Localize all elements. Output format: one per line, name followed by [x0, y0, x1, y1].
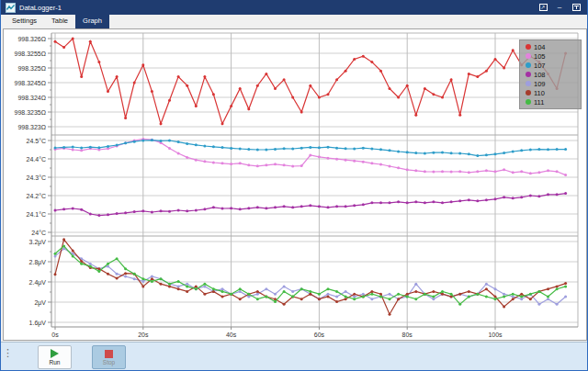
legend-item: 105: [526, 51, 578, 61]
stop-button[interactable]: Stop: [92, 345, 126, 369]
popout-icon: ↗: [539, 4, 548, 11]
svg-text:24.4°C: 24.4°C: [27, 156, 46, 163]
svg-text:998.326Ω: 998.326Ω: [17, 36, 46, 42]
svg-text:998.325Ω: 998.325Ω: [17, 65, 46, 72]
series-dot-icon: [526, 53, 531, 59]
svg-text:20s: 20s: [138, 332, 149, 338]
svg-text:998.3245Ω: 998.3245Ω: [15, 80, 46, 86]
datalogger-window: 998.326Ω998.3255Ω998.325Ω998.3245Ω998.32…: [0, 0, 588, 371]
series-dot-icon: [526, 62, 531, 68]
svg-text:100s: 100s: [488, 332, 503, 338]
svg-text:998.3255Ω: 998.3255Ω: [15, 51, 46, 57]
bottom-toolbar: ⋮ Run Stop 50 of 50: [1, 342, 587, 370]
popout-button[interactable]: ↗: [537, 3, 549, 13]
run-button[interactable]: Run: [38, 345, 72, 369]
svg-text:998.323Ω: 998.323Ω: [17, 124, 46, 130]
svg-text:24°C: 24°C: [31, 230, 46, 236]
svg-text:40s: 40s: [226, 332, 237, 338]
series-dot-icon: [526, 99, 531, 105]
legend-item: 108: [526, 70, 578, 79]
svg-text:998.3235Ω: 998.3235Ω: [15, 109, 46, 116]
chart-plot: 998.326Ω998.3255Ω998.325Ω998.3245Ω998.32…: [1, 0, 588, 342]
chart-legend: 104 105 107 108 109 110 111: [519, 39, 582, 109]
series-dot-icon: [526, 90, 531, 96]
play-icon: [51, 349, 59, 358]
tab-graph[interactable]: Graph: [75, 15, 109, 28]
svg-text:2.8μV: 2.8μV: [29, 259, 47, 266]
series-dot-icon: [526, 81, 531, 86]
legend-item: 109: [526, 79, 578, 88]
svg-text:2.4μV: 2.4μV: [29, 279, 47, 287]
svg-text:2μV: 2μV: [34, 299, 46, 307]
tab-table[interactable]: Table: [44, 15, 75, 28]
series-dot-icon: [526, 72, 531, 77]
svg-text:998.324Ω: 998.324Ω: [17, 95, 46, 101]
series-dot-icon: [526, 44, 531, 50]
svg-text:24.2°C: 24.2°C: [27, 193, 46, 199]
svg-text:24.1°C: 24.1°C: [27, 211, 46, 218]
svg-text:1.6μV: 1.6μV: [29, 320, 47, 327]
minimize-icon: –: [558, 4, 561, 11]
svg-text:24.3°C: 24.3°C: [27, 174, 46, 181]
maximize-icon: [572, 4, 581, 11]
svg-text:3.2μV: 3.2μV: [29, 239, 47, 246]
legend-item: 111: [526, 97, 578, 107]
tab-settings[interactable]: Settings: [5, 15, 44, 28]
svg-text:60s: 60s: [314, 332, 325, 338]
app-icon: [6, 3, 16, 13]
minimize-button[interactable]: –: [553, 3, 566, 13]
svg-text:80s: 80s: [402, 332, 413, 338]
stop-icon: [105, 350, 113, 358]
title-bar: DataLogger-1 ↗ –: [1, 0, 587, 15]
tab-bar: Settings Table Graph: [1, 15, 587, 28]
toolbar-grip-handle[interactable]: ⋮: [3, 348, 12, 358]
svg-text:0s: 0s: [51, 332, 59, 338]
legend-item: 104: [526, 42, 578, 51]
maximize-button[interactable]: [570, 3, 582, 13]
svg-text:24.5°C: 24.5°C: [27, 138, 46, 144]
legend-item: 110: [526, 88, 578, 97]
window-title: DataLogger-1: [19, 4, 533, 12]
legend-item: 107: [526, 61, 578, 70]
